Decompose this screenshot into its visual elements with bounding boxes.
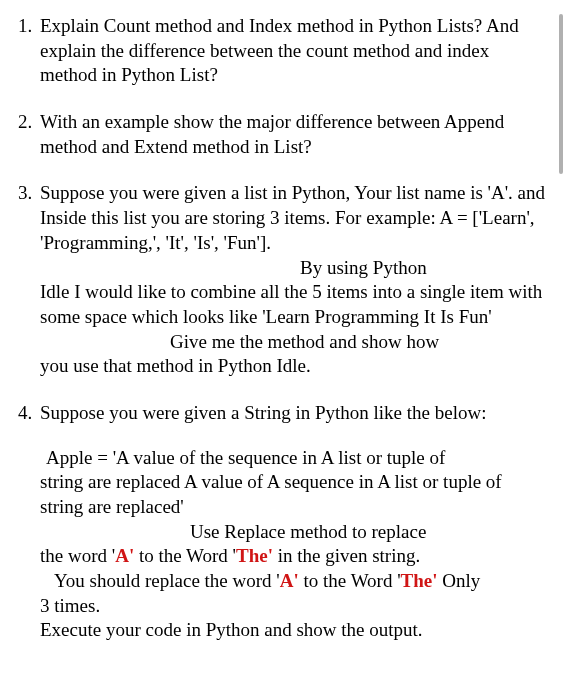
q4-p5b: A' xyxy=(115,545,134,566)
scrollbar-thumb[interactable] xyxy=(559,14,563,174)
q4-p5d: The' xyxy=(236,545,273,566)
q4-p5: the word 'A' to the Word 'The' in the gi… xyxy=(40,544,549,569)
question-2-text: With an example show the major differenc… xyxy=(40,110,549,159)
question-3: Suppose you were given a list in Python,… xyxy=(18,181,549,379)
q4-p6b: A' xyxy=(280,570,299,591)
document-content: Explain Count method and Index method in… xyxy=(18,14,549,643)
q4-p7: 3 times. xyxy=(40,594,549,619)
question-1: Explain Count method and Index method in… xyxy=(18,14,549,88)
q4-p6e: Only xyxy=(438,570,481,591)
question-list: Explain Count method and Index method in… xyxy=(18,14,549,643)
q4-p6: You should replace the word 'A' to the W… xyxy=(40,569,549,594)
q3-p4: Give me the method and show how xyxy=(40,330,549,355)
q4-p1: Suppose you were given a String in Pytho… xyxy=(40,401,549,426)
q4-p2: Apple = 'A value of the sequence in A li… xyxy=(40,446,549,471)
question-1-text: Explain Count method and Index method in… xyxy=(40,14,549,88)
q4-p5a: the word ' xyxy=(40,545,115,566)
q4-p5e: in the given string. xyxy=(273,545,420,566)
q3-p2: By using Python xyxy=(40,256,549,281)
q4-p4: Use Replace method to replace xyxy=(40,520,549,545)
q4-p5c: to the Word ' xyxy=(134,545,236,566)
q4-p8: Execute your code in Python and show the… xyxy=(40,618,549,643)
q4-p6a: You should replace the word ' xyxy=(54,570,280,591)
q4-p6c: to the Word ' xyxy=(299,570,401,591)
q3-p3: Idle I would like to combine all the 5 i… xyxy=(40,280,549,329)
q3-p5: you use that method in Python Idle. xyxy=(40,354,549,379)
question-2: With an example show the major differenc… xyxy=(18,110,549,159)
q3-p1: Suppose you were given a list in Python,… xyxy=(40,181,549,255)
q4-p6d: The' xyxy=(401,570,438,591)
q4-p3: string are replaced A value of A sequenc… xyxy=(40,470,549,519)
question-4: Suppose you were given a String in Pytho… xyxy=(18,401,549,643)
